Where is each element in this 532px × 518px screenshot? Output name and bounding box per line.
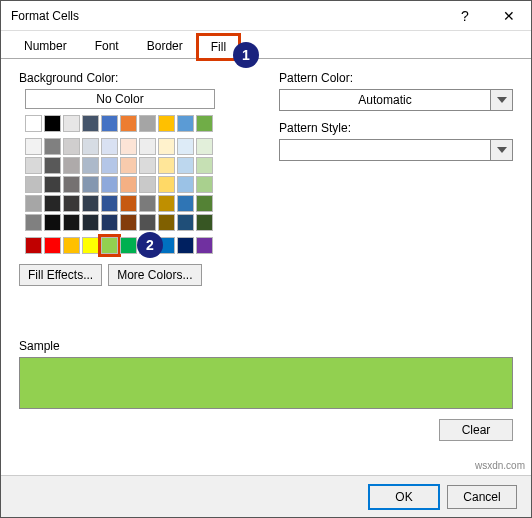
more-colors-button[interactable]: More Colors...: [108, 264, 201, 286]
color-swatch[interactable]: [82, 115, 99, 132]
theme-color-row: [25, 115, 259, 132]
color-swatch[interactable]: [139, 195, 156, 212]
color-swatch[interactable]: [82, 214, 99, 231]
sample-label: Sample: [19, 339, 513, 353]
color-swatch[interactable]: [25, 157, 42, 174]
color-swatch[interactable]: [101, 115, 118, 132]
color-swatch[interactable]: [158, 157, 175, 174]
color-swatch[interactable]: [82, 195, 99, 212]
watermark: wsxdn.com: [475, 460, 525, 471]
color-swatch[interactable]: [63, 176, 80, 193]
color-swatch[interactable]: [120, 115, 137, 132]
color-swatch[interactable]: [177, 195, 194, 212]
color-swatch[interactable]: [63, 138, 80, 155]
color-swatch[interactable]: [139, 176, 156, 193]
color-swatch[interactable]: [196, 176, 213, 193]
clear-button[interactable]: Clear: [439, 419, 513, 441]
color-swatch[interactable]: [63, 115, 80, 132]
no-color-button[interactable]: No Color: [25, 89, 215, 109]
color-swatch[interactable]: [177, 138, 194, 155]
color-swatch[interactable]: [44, 195, 61, 212]
color-swatch[interactable]: [63, 237, 80, 254]
color-swatch[interactable]: [139, 138, 156, 155]
color-swatch[interactable]: [158, 195, 175, 212]
color-swatch[interactable]: [101, 138, 118, 155]
close-button[interactable]: ✕: [487, 1, 531, 31]
color-swatch[interactable]: [44, 157, 61, 174]
sample-preview: [19, 357, 513, 409]
color-swatch[interactable]: [158, 214, 175, 231]
color-swatch[interactable]: [120, 138, 137, 155]
color-swatch[interactable]: [25, 237, 42, 254]
color-swatch[interactable]: [177, 176, 194, 193]
tab-border[interactable]: Border: [134, 34, 196, 58]
dialog-title: Format Cells: [11, 9, 443, 23]
color-swatch[interactable]: [44, 214, 61, 231]
pattern-style-label: Pattern Style:: [279, 121, 513, 135]
tab-font[interactable]: Font: [82, 34, 132, 58]
color-swatch[interactable]: [139, 157, 156, 174]
color-swatch[interactable]: [120, 237, 137, 254]
color-swatch[interactable]: [120, 157, 137, 174]
color-swatch[interactable]: [177, 214, 194, 231]
color-swatch[interactable]: [44, 115, 61, 132]
annotation-step-1: 1: [233, 42, 259, 68]
pattern-style-dropdown[interactable]: [279, 139, 513, 161]
pattern-color-dropdown[interactable]: Automatic: [279, 89, 513, 111]
help-button[interactable]: ?: [443, 1, 487, 31]
color-swatch[interactable]: [101, 157, 118, 174]
cancel-button[interactable]: Cancel: [447, 485, 517, 509]
color-swatch[interactable]: [196, 237, 213, 254]
tab-number[interactable]: Number: [11, 34, 80, 58]
pattern-color-label: Pattern Color:: [279, 71, 513, 85]
color-swatch[interactable]: [196, 115, 213, 132]
color-swatch[interactable]: [177, 115, 194, 132]
color-swatch[interactable]: [120, 176, 137, 193]
color-swatch[interactable]: [82, 176, 99, 193]
color-swatch[interactable]: [44, 237, 61, 254]
color-swatch[interactable]: [82, 138, 99, 155]
color-swatch[interactable]: [63, 195, 80, 212]
color-swatch[interactable]: [196, 157, 213, 174]
color-swatch[interactable]: [120, 195, 137, 212]
color-swatch[interactable]: [158, 138, 175, 155]
color-swatch[interactable]: [101, 195, 118, 212]
pattern-color-value: Automatic: [279, 89, 491, 111]
recent-colors-row: 2: [25, 237, 259, 254]
color-swatch[interactable]: [44, 176, 61, 193]
color-swatch[interactable]: [120, 214, 137, 231]
color-swatch[interactable]: [82, 237, 99, 254]
color-swatch[interactable]: [25, 195, 42, 212]
color-swatch[interactable]: [25, 176, 42, 193]
dropdown-arrow-icon[interactable]: [491, 139, 513, 161]
color-swatch[interactable]: [139, 214, 156, 231]
color-swatch[interactable]: [177, 237, 194, 254]
color-swatch[interactable]: [25, 214, 42, 231]
background-color-label: Background Color:: [19, 71, 259, 85]
ok-button[interactable]: OK: [369, 485, 439, 509]
dropdown-arrow-icon[interactable]: [491, 89, 513, 111]
color-shades-grid: [25, 138, 259, 231]
color-swatch[interactable]: [63, 214, 80, 231]
color-swatch[interactable]: [158, 176, 175, 193]
color-swatch[interactable]: [25, 138, 42, 155]
pattern-style-value: [279, 139, 491, 161]
color-swatch[interactable]: [196, 214, 213, 231]
color-swatch[interactable]: [196, 195, 213, 212]
color-swatch[interactable]: [101, 237, 118, 254]
color-swatch[interactable]: [25, 115, 42, 132]
color-swatch[interactable]: [82, 157, 99, 174]
color-swatch[interactable]: [101, 176, 118, 193]
color-swatch[interactable]: [196, 138, 213, 155]
color-swatch[interactable]: [44, 138, 61, 155]
color-swatch[interactable]: [139, 115, 156, 132]
color-swatch[interactable]: [63, 157, 80, 174]
color-swatch[interactable]: [177, 157, 194, 174]
annotation-step-2: 2: [137, 232, 163, 258]
color-swatch[interactable]: [158, 115, 175, 132]
color-swatch[interactable]: [101, 214, 118, 231]
fill-effects-button[interactable]: Fill Effects...: [19, 264, 102, 286]
